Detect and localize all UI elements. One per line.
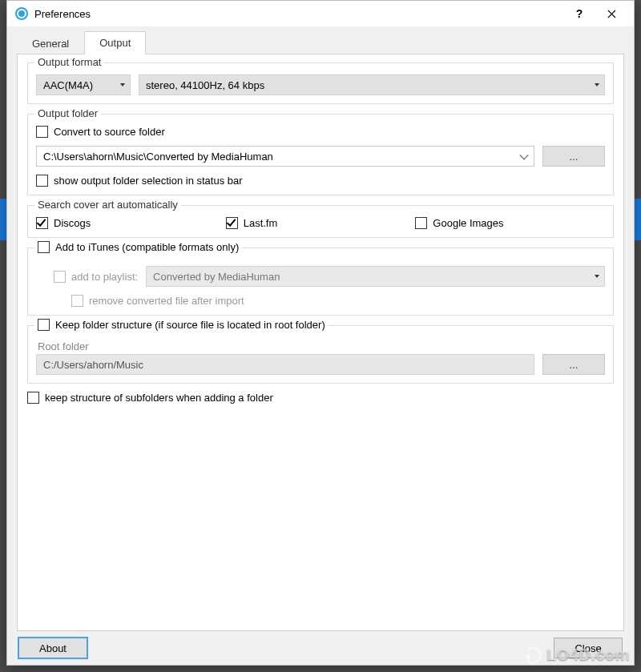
playlist-value: Converted by MediaHuman bbox=[153, 271, 280, 283]
help-button[interactable]: ? bbox=[563, 2, 595, 25]
group-keep-structure: Keep folder structure (if source file is… bbox=[27, 325, 614, 384]
group-title-cover-art: Search cover art automatically bbox=[34, 199, 181, 211]
tab-panel-output: Output format AAC(M4A) stereo, 44100Hz, … bbox=[17, 54, 624, 631]
group-output-folder: Output folder Convert to source folder C… bbox=[27, 114, 614, 195]
preferences-window: Preferences ? General Output Output form… bbox=[6, 0, 635, 666]
checkbox-add-to-itunes[interactable]: Add to iTunes (compatible formats only) bbox=[38, 241, 239, 253]
tab-bar: General Output bbox=[17, 30, 624, 54]
tab-output[interactable]: Output bbox=[84, 31, 146, 54]
window-close-button[interactable] bbox=[595, 2, 627, 25]
checkbox-label: Google Images bbox=[433, 217, 503, 229]
titlebar: Preferences ? bbox=[7, 1, 634, 26]
codec-value: AAC(M4A) bbox=[43, 79, 93, 91]
about-button[interactable]: About bbox=[18, 638, 87, 658]
dialog-body: General Output Output format AAC(M4A) st… bbox=[7, 26, 634, 665]
button-label: About bbox=[39, 642, 67, 654]
checkbox-label: add to playlist: bbox=[71, 271, 138, 283]
root-folder-path-value: C:/Users/ahorn/Music bbox=[43, 359, 143, 371]
profile-value: stereo, 44100Hz, 64 kbps bbox=[146, 79, 264, 91]
checkbox-label: Keep folder structure (if source file is… bbox=[55, 319, 325, 331]
checkbox-box bbox=[36, 126, 48, 138]
checkbox-box bbox=[71, 295, 83, 307]
checkbox-lastfm[interactable]: Last.fm bbox=[226, 217, 416, 229]
checkbox-label: remove converted file after import bbox=[89, 295, 244, 307]
output-folder-path-value: C:\Users\ahorn\Music\Converted by MediaH… bbox=[43, 151, 273, 163]
root-folder-label: Root folder bbox=[38, 340, 605, 352]
checkbox-keep-folder-structure[interactable]: Keep folder structure (if source file is… bbox=[38, 319, 325, 331]
checkbox-label: Last.fm bbox=[244, 217, 278, 229]
checkbox-discogs[interactable]: Discogs bbox=[36, 217, 226, 229]
button-label: Close bbox=[574, 642, 601, 654]
checkbox-add-to-playlist[interactable]: add to playlist: bbox=[54, 271, 138, 283]
group-title-output-folder: Output folder bbox=[34, 107, 101, 119]
output-folder-path-input[interactable]: C:\Users\ahorn\Music\Converted by MediaH… bbox=[36, 146, 534, 167]
group-output-format: Output format AAC(M4A) stereo, 44100Hz, … bbox=[27, 62, 614, 104]
output-folder-browse-button[interactable]: ... bbox=[542, 146, 605, 167]
checkbox-box bbox=[36, 175, 48, 187]
checkbox-label: Convert to source folder bbox=[54, 126, 165, 138]
app-icon bbox=[15, 7, 28, 20]
playlist-dropdown[interactable]: Converted by MediaHuman bbox=[146, 266, 605, 287]
checkbox-label: Add to iTunes (compatible formats only) bbox=[55, 241, 239, 253]
checkbox-convert-to-source[interactable]: Convert to source folder bbox=[36, 126, 165, 138]
checkbox-box bbox=[415, 217, 427, 229]
profile-dropdown[interactable]: stereo, 44100Hz, 64 kbps bbox=[139, 74, 605, 95]
checkbox-box bbox=[27, 392, 39, 404]
browse-label: ... bbox=[570, 151, 579, 163]
dialog-button-bar: About Close bbox=[17, 631, 624, 665]
checkbox-box bbox=[38, 319, 50, 331]
group-cover-art: Search cover art automatically Discogs L… bbox=[27, 205, 614, 238]
checkbox-keep-subfolder-structure[interactable]: keep structure of subfolders when adding… bbox=[27, 392, 273, 404]
checkbox-box bbox=[226, 217, 238, 229]
checkbox-label: show output folder selection in status b… bbox=[54, 175, 243, 187]
checkbox-label: keep structure of subfolders when adding… bbox=[45, 392, 273, 404]
group-itunes: Add to iTunes (compatible formats only) … bbox=[27, 247, 614, 316]
codec-dropdown[interactable]: AAC(M4A) bbox=[36, 74, 131, 95]
root-folder-path-input[interactable]: C:/Users/ahorn/Music bbox=[36, 354, 534, 375]
window-title: Preferences bbox=[34, 8, 91, 20]
close-button[interactable]: Close bbox=[554, 638, 623, 658]
checkbox-google-images[interactable]: Google Images bbox=[415, 217, 605, 229]
close-icon bbox=[607, 10, 616, 18]
group-title-output-format: Output format bbox=[34, 56, 104, 68]
root-folder-browse-button[interactable]: ... bbox=[542, 354, 605, 375]
checkbox-show-in-status-bar[interactable]: show output folder selection in status b… bbox=[36, 175, 243, 187]
tab-general[interactable]: General bbox=[17, 32, 84, 54]
checkbox-label: Discogs bbox=[54, 217, 91, 229]
browse-label: ... bbox=[570, 359, 579, 371]
checkbox-box bbox=[54, 271, 66, 283]
checkbox-box bbox=[38, 241, 50, 253]
checkbox-box bbox=[36, 217, 48, 229]
checkbox-remove-after-import[interactable]: remove converted file after import bbox=[71, 295, 244, 307]
